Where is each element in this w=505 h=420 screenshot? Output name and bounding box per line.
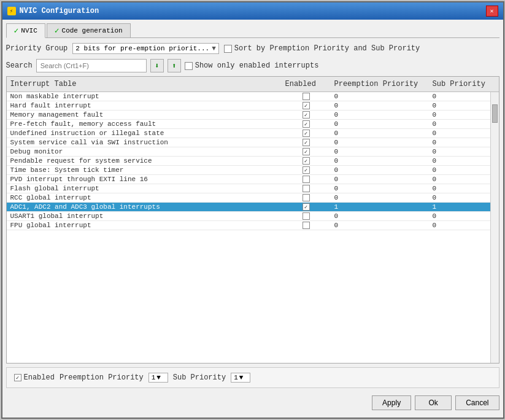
cell-interrupt-name: Undefined instruction or illegal state [7, 129, 282, 138]
bottom-preemption-value: 1 [152, 374, 156, 381]
cancel-button[interactable]: Cancel [455, 395, 499, 410]
table-row[interactable]: System service call via SWI instruction✓… [7, 138, 490, 147]
cell-sub-priority: 0 [429, 175, 490, 184]
cell-sub-priority: 0 [429, 129, 490, 138]
scroll-thumb[interactable] [492, 104, 498, 123]
button-row: Apply Ok Cancel [6, 392, 499, 414]
table-row[interactable]: Hard fault interrupt✓00 [7, 101, 490, 111]
sort-checkbox-row: Sort by Premption Priority and Sub Prori… [224, 44, 420, 53]
table-row[interactable]: Time base: System tick timer✓00 [7, 166, 490, 175]
cell-preemption: 0 [331, 212, 429, 220]
row-checkbox[interactable] [303, 185, 310, 192]
priority-group-value: 2 bits for pre-emption priorit... [75, 45, 209, 52]
table-row[interactable]: PVD interrupt through EXTI line 1600 [7, 175, 490, 184]
row-checkbox[interactable]: ✓ [303, 157, 310, 165]
row-checkbox[interactable]: ✓ [303, 139, 310, 146]
tab-codegen-label: Code generation [62, 27, 123, 34]
header-enabled: Enabled [282, 79, 331, 90]
cell-enabled[interactable]: ✓ [282, 120, 331, 128]
cell-interrupt-name: Pendable request for system service [7, 157, 282, 165]
row-checkbox[interactable]: ✓ [303, 203, 310, 211]
bottom-preemption-dropdown[interactable]: 1 ▼ [148, 373, 168, 383]
row-checkbox[interactable] [303, 93, 310, 100]
cell-sub-priority: 0 [429, 147, 490, 156]
table-body[interactable]: Non maskable interrupt00Hard fault inter… [7, 92, 490, 363]
bottom-enabled-checkbox[interactable]: ✓ [14, 374, 21, 381]
table-row[interactable]: Memory management fault✓00 [7, 111, 490, 120]
tab-bar: ✓ NVIC ✓ Code generation [6, 23, 499, 38]
tab-code-generation[interactable]: ✓ Code generation [47, 23, 131, 37]
table-row[interactable]: RCC global interrupt00 [7, 193, 490, 203]
row-checkbox[interactable] [303, 176, 310, 183]
ok-button[interactable]: Ok [415, 395, 452, 410]
close-button[interactable]: ✕ [486, 6, 498, 17]
sort-label: Sort by Premption Priority and Sub Prori… [234, 44, 420, 53]
cell-enabled[interactable]: ✓ [282, 129, 331, 138]
sort-checkbox[interactable] [224, 45, 232, 53]
bottom-enabled-label: Enabled [24, 373, 55, 382]
cell-sub-priority: 0 [429, 184, 490, 193]
cell-enabled[interactable]: ✓ [282, 101, 331, 110]
table-row[interactable]: Pendable request for system service✓00 [7, 157, 490, 166]
cell-enabled[interactable]: ✓ [282, 147, 331, 156]
cell-enabled[interactable]: ✓ [282, 111, 331, 119]
cell-sub-priority: 0 [429, 157, 490, 165]
cell-enabled[interactable] [282, 212, 331, 220]
cell-interrupt-name: Flash global interrupt [7, 184, 282, 193]
cell-enabled[interactable]: ✓ [282, 203, 331, 211]
row-checkbox[interactable]: ✓ [303, 120, 310, 128]
cell-preemption: 0 [331, 111, 429, 119]
show-enabled-checkbox[interactable] [185, 62, 193, 70]
row-checkbox[interactable] [303, 222, 310, 229]
cell-interrupt-name: RCC global interrupt [7, 193, 282, 202]
tab-nvic[interactable]: ✓ NVIC [6, 23, 45, 38]
header-interrupt-table: Interrupt Table [7, 79, 282, 90]
cell-enabled[interactable]: ✓ [282, 157, 331, 165]
cell-interrupt-name: Time base: System tick timer [7, 166, 282, 174]
search-down-button[interactable]: ⬇ [150, 59, 164, 72]
row-checkbox[interactable]: ✓ [303, 166, 310, 174]
bottom-sub-dropdown[interactable]: 1 ▼ [231, 373, 250, 383]
row-checkbox[interactable]: ✓ [303, 102, 310, 109]
title-bar: ⚡ NVIC Configuration ✕ [2, 2, 503, 20]
cell-sub-priority: 0 [429, 101, 490, 110]
cell-sub-priority: 0 [429, 193, 490, 202]
row-checkbox[interactable]: ✓ [303, 148, 310, 155]
table-row[interactable]: Non maskable interrupt00 [7, 92, 490, 101]
row-checkbox[interactable]: ✓ [303, 130, 310, 137]
window-content: ✓ NVIC ✓ Code generation Priority Group … [2, 20, 503, 418]
cell-enabled[interactable]: ✓ [282, 166, 331, 174]
table-row[interactable]: FPU global interrupt00 [7, 221, 490, 230]
cell-preemption: 0 [331, 193, 429, 202]
search-row: Search ⬇ ⬆ Show only enabled interrupts [6, 59, 499, 72]
cell-enabled[interactable] [282, 92, 331, 101]
search-up-button[interactable]: ⬆ [168, 59, 181, 72]
priority-group-dropdown[interactable]: 2 bits for pre-emption priorit... ▼ [72, 43, 218, 54]
cell-enabled[interactable] [282, 184, 331, 193]
table-row[interactable]: Flash global interrupt00 [7, 184, 490, 193]
cell-enabled[interactable] [282, 175, 331, 184]
row-checkbox[interactable] [303, 194, 310, 201]
scrollbar[interactable] [490, 92, 499, 363]
cell-sub-priority: 0 [429, 212, 490, 220]
table-row[interactable]: ADC1, ADC2 and ADC3 global interrupts✓11 [7, 203, 490, 212]
row-checkbox[interactable] [303, 212, 310, 220]
cell-interrupt-name: FPU global interrupt [7, 221, 282, 230]
preemption-dropdown-arrow: ▼ [156, 374, 161, 381]
cell-preemption: 0 [331, 166, 429, 174]
sub-dropdown-arrow: ▼ [239, 374, 244, 381]
search-input[interactable] [36, 59, 147, 72]
row-checkbox[interactable]: ✓ [303, 111, 310, 119]
cell-preemption: 0 [331, 175, 429, 184]
bottom-sub-value: 1 [234, 374, 238, 381]
search-label: Search [6, 61, 33, 70]
table-row[interactable]: Debug monitor✓00 [7, 147, 490, 157]
cell-enabled[interactable] [282, 193, 331, 202]
cell-enabled[interactable] [282, 221, 331, 230]
cell-preemption: 0 [331, 138, 429, 147]
table-row[interactable]: Pre-fetch fault, memory access fault✓00 [7, 120, 490, 129]
table-row[interactable]: USART1 global interrupt00 [7, 212, 490, 221]
table-row[interactable]: Undefined instruction or illegal state✓0… [7, 129, 490, 138]
apply-button[interactable]: Apply [372, 395, 411, 410]
cell-enabled[interactable]: ✓ [282, 138, 331, 147]
